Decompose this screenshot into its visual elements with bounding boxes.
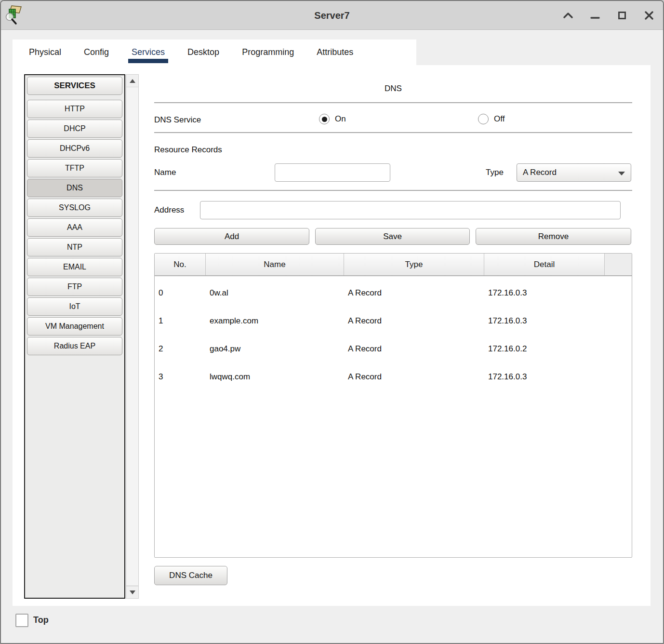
divider	[154, 190, 632, 191]
tab-physical[interactable]: Physical	[29, 40, 61, 65]
table-cell: 1	[155, 307, 206, 335]
table-cell: 0w.al	[206, 279, 344, 307]
resource-records-label: Resource Records	[154, 145, 222, 155]
column-header-name: Name	[206, 254, 344, 275]
table-row[interactable]: 1example.comA Record172.16.0.3	[155, 307, 632, 335]
tab-label: Desktop	[187, 47, 219, 57]
table-cell: A Record	[344, 279, 484, 307]
records-table: No.NameTypeDetail 00w.alA Record172.16.0…	[154, 253, 632, 558]
sidebar-item-radius-eap[interactable]: Radius EAP	[27, 337, 122, 355]
table-cell: example.com	[206, 307, 344, 335]
name-label: Name	[154, 168, 176, 177]
table-cell: 2	[155, 335, 206, 363]
sidebar-items: HTTPDHCPDHCPv6TFTPDNSSYSLOGAAANTPEMAILFT…	[27, 100, 123, 355]
dns-service-on-option[interactable]: On	[319, 114, 346, 124]
divider	[154, 102, 632, 103]
maximize-button[interactable]	[617, 10, 627, 21]
scroll-down-arrow-icon[interactable]	[126, 586, 138, 598]
type-select[interactable]: A Record	[517, 163, 631, 182]
divider	[154, 132, 632, 133]
column-header-type: Type	[344, 254, 484, 275]
sidebar-item-iot[interactable]: IoT	[27, 297, 122, 316]
sidebar-item-dns[interactable]: DNS	[27, 179, 122, 197]
services-sidebar: SERVICES HTTPDHCPDHCPv6TFTPDNSSYSLOGAAAN…	[24, 74, 125, 599]
table-cell: 172.16.0.3	[484, 363, 605, 391]
footer-bar: Top	[1, 606, 663, 643]
sidebar-item-aaa[interactable]: AAA	[27, 218, 122, 237]
tab-config[interactable]: Config	[84, 40, 109, 65]
tab-label: Programming	[242, 47, 294, 57]
table-row[interactable]: 00w.alA Record172.16.0.3	[155, 279, 632, 307]
sidebar-item-vm-management[interactable]: VM Management	[27, 317, 122, 335]
close-button[interactable]	[644, 10, 654, 21]
dns-service-on-radio[interactable]	[319, 114, 330, 124]
column-header-no: No.	[155, 254, 206, 275]
type-label: Type	[486, 168, 504, 177]
table-cell: 172.16.0.2	[484, 335, 605, 363]
sidebar-item-dhcp[interactable]: DHCP	[27, 120, 122, 138]
sidebar-item-tftp[interactable]: TFTP	[27, 159, 122, 177]
dns-cache-button[interactable]: DNS Cache	[154, 566, 227, 585]
table-cell: gao4.pw	[206, 335, 344, 363]
address-label: Address	[154, 205, 184, 215]
table-cell: 172.16.0.3	[484, 279, 605, 307]
on-label: On	[335, 114, 346, 124]
sidebar-item-dhcpv6[interactable]: DHCPv6	[27, 139, 122, 158]
table-cell: 0	[155, 279, 206, 307]
table-cell: lwqwq.com	[206, 363, 344, 391]
add-button[interactable]: Add	[154, 228, 309, 245]
top-checkbox[interactable]	[15, 614, 28, 627]
table-cell: 3	[155, 363, 206, 391]
records-table-body: 00w.alA Record172.16.0.31example.comA Re…	[155, 276, 632, 391]
address-input[interactable]	[200, 201, 621, 219]
sidebar-item-email[interactable]: EMAIL	[27, 258, 122, 276]
dns-pane: DNS DNS Service On Off Resource Records …	[154, 73, 632, 587]
remove-button[interactable]: Remove	[476, 228, 631, 245]
table-row[interactable]: 2gao4.pwA Record172.16.0.2	[155, 335, 632, 363]
scroll-up-arrow-icon[interactable]	[126, 75, 138, 87]
tab-attributes[interactable]: Attributes	[317, 40, 353, 65]
tab-label: Services	[132, 47, 165, 57]
tab-desktop[interactable]: Desktop	[187, 40, 219, 65]
shade-button[interactable]	[563, 10, 573, 21]
tab-services[interactable]: Services	[132, 40, 165, 65]
active-tab-underline	[128, 59, 168, 63]
type-selected-value: A Record	[523, 168, 557, 177]
dns-service-off-option[interactable]: Off	[478, 114, 505, 124]
sidebar-item-syslog[interactable]: SYSLOG	[27, 199, 122, 217]
title-bar: Server7	[1, 1, 663, 30]
column-header-detail: Detail	[484, 254, 605, 275]
window-controls	[563, 1, 654, 30]
tab-bar: PhysicalConfigServicesDesktopProgramming…	[13, 40, 416, 65]
sidebar-item-http[interactable]: HTTP	[27, 100, 122, 118]
dns-service-off-radio[interactable]	[478, 114, 489, 124]
table-row[interactable]: 3lwqwq.comA Record172.16.0.3	[155, 363, 632, 391]
table-cell: 172.16.0.3	[484, 307, 605, 335]
tab-label: Config	[84, 47, 109, 57]
table-cell: A Record	[344, 307, 484, 335]
save-button[interactable]: Save	[315, 228, 470, 245]
server-config-window: Server7 PhysicalConfigServicesDesktopPro…	[0, 0, 664, 644]
off-label: Off	[494, 114, 505, 124]
sidebar-header-services: SERVICES	[27, 77, 122, 95]
dns-pane-title: DNS	[154, 84, 632, 94]
sidebar-scrollbar[interactable]	[126, 74, 139, 599]
sidebar-item-ntp[interactable]: NTP	[27, 238, 122, 256]
tab-label: Physical	[29, 47, 61, 57]
table-cell: A Record	[344, 363, 484, 391]
column-header-corner	[605, 254, 632, 275]
dns-service-label: DNS Service	[154, 115, 201, 125]
name-input[interactable]	[275, 163, 390, 182]
table-cell: A Record	[344, 335, 484, 363]
minimize-button[interactable]	[590, 10, 600, 21]
tab-programming[interactable]: Programming	[242, 40, 294, 65]
top-checkbox-label: Top	[33, 615, 49, 625]
chevron-down-icon	[618, 172, 625, 175]
sidebar-item-ftp[interactable]: FTP	[27, 278, 122, 296]
tab-label: Attributes	[317, 47, 353, 57]
records-table-header: No.NameTypeDetail	[155, 254, 632, 276]
